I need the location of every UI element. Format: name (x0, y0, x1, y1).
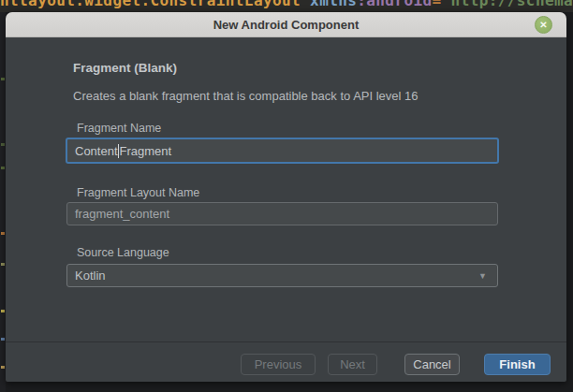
component-heading: Fragment (Blank) (73, 61, 177, 75)
finish-button[interactable]: Finish (484, 354, 551, 375)
code-segment-value: "http://schema (442, 0, 573, 9)
fragment-name-input[interactable]: ContentFragment (66, 138, 499, 164)
close-button[interactable]: ✕ (535, 16, 552, 34)
source-language-label: Source Language (77, 246, 169, 259)
editor-code-line: ntlayout.widget.ConstraintLayout xmlns:a… (0, 0, 573, 12)
code-segment-attr: :android (357, 0, 432, 9)
fragment-name-label: Fragment Name (77, 122, 161, 135)
dialog-title: New Android Component (213, 18, 360, 32)
code-segment-equals: = (433, 0, 442, 9)
source-language-value: Kotlin (75, 269, 106, 283)
new-android-component-dialog: New Android Component ✕ Fragment (Blank)… (6, 12, 566, 382)
code-segment-tag: ntlayout.widget.ConstraintLayout (0, 0, 310, 9)
source-language-select[interactable]: Kotlin ▼ (66, 264, 498, 287)
fragment-layout-name-value: fragment_content (75, 207, 169, 221)
next-button[interactable]: Next (328, 354, 377, 375)
component-description: Creates a blank fragment that is compati… (73, 89, 419, 103)
xml-code-text: ntlayout.widget.ConstraintLayout xmlns:a… (0, 0, 573, 9)
button-bar: Previous Next Cancel Finish (6, 353, 566, 375)
fragment-name-value-after-caret: Fragment (120, 144, 172, 158)
footer-separator (6, 341, 566, 342)
fragment-layout-name-label: Fragment Layout Name (77, 186, 199, 199)
fragment-name-value-before-caret: Content (75, 144, 118, 158)
previous-button[interactable]: Previous (241, 354, 316, 375)
cancel-button[interactable]: Cancel (404, 354, 460, 375)
close-icon: ✕ (539, 21, 547, 30)
chevron-down-icon: ▼ (478, 271, 487, 281)
fragment-layout-name-input[interactable]: fragment_content (66, 202, 498, 225)
dialog-titlebar[interactable]: New Android Component ✕ (6, 12, 566, 37)
code-segment-xmlns: xmlns (310, 0, 357, 9)
